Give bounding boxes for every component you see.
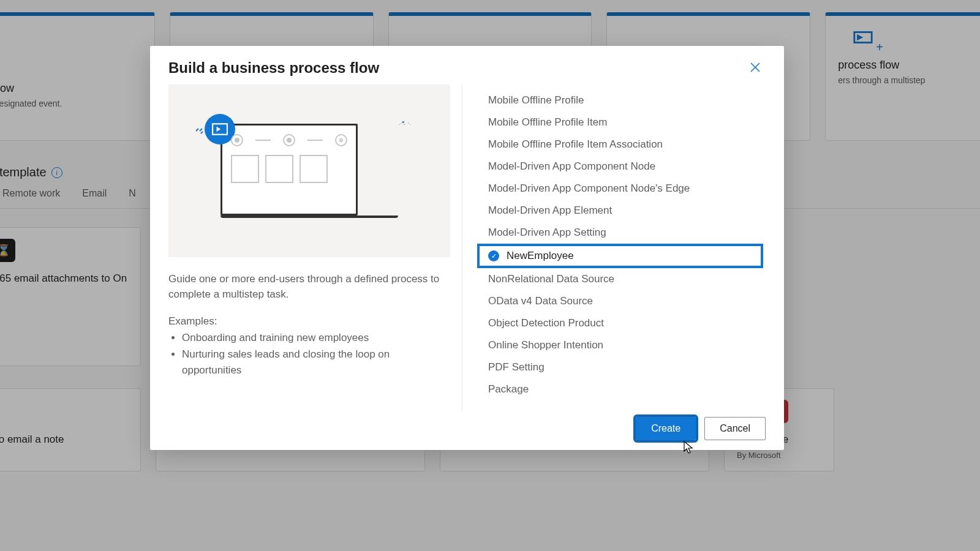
entity-list-item[interactable]: ✓NewEmployee (477, 244, 763, 268)
entity-list-item[interactable]: Mobile Offline Profile Item (477, 111, 763, 133)
entity-label: Model-Driven App Setting (488, 227, 606, 239)
entity-label: Mobile Offline Profile Item (488, 116, 607, 129)
close-button[interactable] (745, 59, 766, 78)
example-item: Nurturing sales leads and closing the lo… (182, 347, 443, 379)
examples-list: Onboarding and training new employees Nu… (168, 330, 443, 378)
entity-list-item[interactable]: Online Shopper Intention (477, 334, 763, 356)
entity-label: Model-Driven App Component Node's Edge (488, 182, 690, 195)
close-icon (750, 62, 761, 73)
entity-label: PDF Setting (488, 361, 545, 373)
build-flow-dialog: Build a business process flow (150, 46, 784, 450)
examples-heading: Examples: (168, 315, 443, 328)
dialog-title: Build a business process flow (168, 59, 379, 77)
entity-list-item[interactable]: Object Detection Product (477, 312, 763, 334)
entity-label: NonRelational Data Source (488, 273, 614, 285)
entity-list-item[interactable]: PDF Setting (477, 356, 763, 378)
entity-list-item[interactable]: Model-Driven App Setting (477, 222, 763, 244)
dialog-illustration (168, 84, 450, 257)
entity-label: NewEmployee (507, 250, 574, 262)
entity-label: Online Shopper Intention (488, 339, 603, 351)
entity-list-item[interactable]: Mobile Offline Profile (477, 89, 763, 111)
dialog-right-pane: Mobile Offline ProfileMobile Offline Pro… (462, 84, 784, 411)
entity-label: Object Detection Product (488, 317, 604, 329)
entity-list[interactable]: Mobile Offline ProfileMobile Offline Pro… (477, 89, 778, 402)
check-icon: ✓ (488, 250, 499, 261)
entity-label: Model-Driven App Element (488, 204, 612, 217)
entity-list-item[interactable]: Model-Driven App Element (477, 200, 763, 222)
example-item: Onboarding and training new employees (182, 330, 443, 346)
entity-list-item[interactable]: Mobile Offline Profile Item Association (477, 133, 763, 156)
entity-list-item[interactable]: Model-Driven App Component Node (477, 156, 763, 178)
entity-list-item[interactable]: OData v4 Data Source (477, 290, 763, 312)
entity-list-item[interactable]: Package (477, 378, 763, 400)
create-button[interactable]: Create (636, 417, 696, 440)
dialog-description: Guide one or more end-users through a de… (168, 272, 443, 302)
cancel-button[interactable]: Cancel (704, 417, 766, 440)
entity-list-item[interactable]: NonRelational Data Source (477, 268, 763, 290)
entity-label: OData v4 Data Source (488, 295, 593, 307)
entity-label: Package (488, 383, 529, 395)
entity-label: Mobile Offline Profile (488, 94, 584, 107)
entity-label: Model-Driven App Component Node (488, 160, 655, 173)
entity-list-item[interactable]: Model-Driven App Component Node's Edge (477, 178, 763, 200)
entity-label: Mobile Offline Profile Item Association (488, 138, 663, 151)
dialog-left-pane: Guide one or more end-users through a de… (168, 84, 462, 411)
